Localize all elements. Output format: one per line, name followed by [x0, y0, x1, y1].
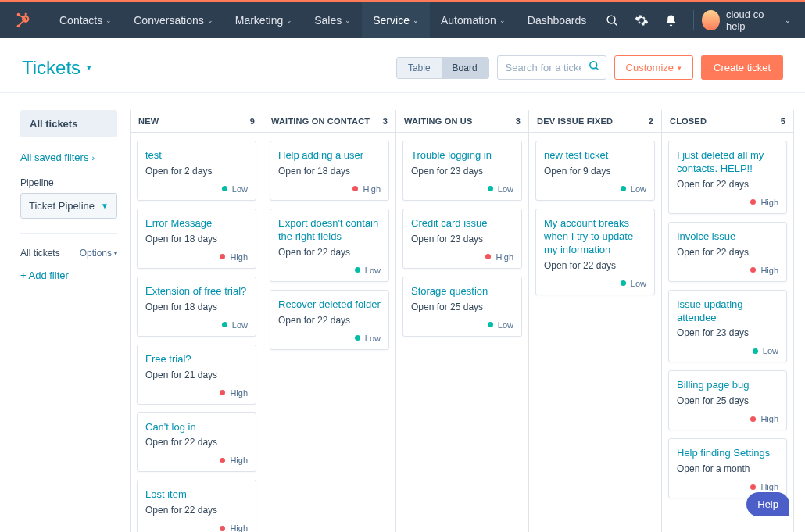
- body: All tickets All saved filters › Pipeline…: [0, 93, 805, 532]
- ticket-card[interactable]: I just deleted all my contacts. HELP!!Op…: [668, 141, 787, 214]
- ticket-card[interactable]: new test ticketOpen for 9 daysLow: [535, 141, 655, 201]
- ticket-card[interactable]: Export doesn't contain the right fieldsO…: [270, 209, 389, 282]
- ticket-card[interactable]: testOpen for 2 daysLow: [137, 141, 256, 201]
- ticket-priority: Low: [411, 184, 513, 194]
- column-name: NEW: [138, 116, 159, 126]
- search-icon[interactable]: [605, 12, 619, 28]
- svg-line-8: [614, 22, 617, 25]
- ticket-card[interactable]: My account breaks when I try to update m…: [535, 209, 655, 295]
- ticket-title: Free trial?: [145, 353, 248, 366]
- view-board-button[interactable]: Board: [442, 58, 488, 78]
- ticket-priority: High: [411, 252, 513, 262]
- priority-label: High: [230, 388, 248, 398]
- ticket-priority: High: [145, 388, 248, 398]
- ticket-card[interactable]: Free trial?Open for 21 daysHigh: [137, 345, 256, 405]
- view-toggle: Table Board: [396, 57, 489, 79]
- options-dropdown[interactable]: Options ▾: [80, 248, 117, 259]
- gear-icon[interactable]: [635, 12, 649, 28]
- ticket-open-for: Open for 23 days: [411, 234, 513, 245]
- nav-item-marketing[interactable]: Marketing⌄: [224, 2, 303, 38]
- create-ticket-button[interactable]: Create ticket: [701, 55, 783, 80]
- priority-dot-icon: [750, 199, 756, 205]
- priority-dot-icon: [753, 348, 758, 354]
- ticket-card[interactable]: Help adding a userOpen for 18 daysHigh: [270, 141, 389, 201]
- nav-divider: [693, 10, 694, 30]
- nav-item-automation[interactable]: Automation⌄: [430, 2, 517, 38]
- column-name: DEV ISSUE FIXED: [537, 116, 613, 126]
- column-body: I just deleted all my contacts. HELP!!Op…: [662, 133, 793, 506]
- sidebar: All tickets All saved filters › Pipeline…: [0, 93, 125, 532]
- priority-dot-icon: [220, 458, 225, 463]
- filters-label: All tickets: [20, 248, 60, 259]
- page-title-dropdown[interactable]: Tickets ▾: [22, 57, 91, 79]
- ticket-priority: Low: [145, 184, 248, 194]
- nav-item-label: Sales: [314, 14, 342, 27]
- chevron-down-icon: ⌄: [207, 16, 213, 24]
- ticket-card[interactable]: Invoice issueOpen for 22 daysHigh: [668, 222, 787, 282]
- chevron-down-icon: ▾: [87, 62, 91, 73]
- svg-point-4: [17, 13, 20, 16]
- search-icon[interactable]: [589, 60, 600, 72]
- ticket-open-for: Open for 23 days: [411, 166, 513, 177]
- priority-dot-icon: [621, 186, 626, 191]
- chevron-down-icon: ⌄: [413, 16, 419, 24]
- board-column: WAITING ON US3Trouble logging inOpen for…: [395, 110, 528, 532]
- filters-header: All tickets Options ▾: [20, 248, 117, 259]
- ticket-card[interactable]: Credit card issueOpen for 23 daysHigh: [402, 209, 522, 269]
- page-header: Tickets ▾ Table Board Customize ▾ Create…: [0, 38, 805, 93]
- divider: [20, 233, 117, 234]
- customize-button[interactable]: Customize ▾: [614, 55, 693, 80]
- ticket-card[interactable]: Storage questionOpen for 25 daysLow: [402, 277, 522, 337]
- hubspot-logo[interactable]: [14, 12, 31, 29]
- priority-dot-icon: [485, 254, 491, 259]
- nav-item-dashboards[interactable]: Dashboards: [517, 2, 598, 38]
- svg-line-3: [19, 19, 26, 26]
- ticket-card[interactable]: Recover deleted folderOpen for 22 daysLo…: [270, 290, 389, 350]
- ticket-priority: Low: [411, 320, 513, 330]
- add-filter-label: Add filter: [29, 270, 69, 281]
- chevron-down-icon: ▼: [101, 202, 109, 210]
- ticket-card[interactable]: Extension of free trial?Open for 18 days…: [137, 277, 256, 337]
- chevron-down-icon: ▾: [678, 64, 682, 72]
- ticket-priority: Low: [145, 320, 248, 330]
- nav-item-service[interactable]: Service⌄: [362, 2, 430, 38]
- priority-label: High: [760, 198, 778, 207]
- ticket-open-for: Open for 25 days: [677, 395, 778, 406]
- help-button[interactable]: Help: [746, 492, 789, 516]
- user-menu[interactable]: cloud co help: [726, 9, 778, 32]
- nav-item-sales[interactable]: Sales⌄: [303, 2, 362, 38]
- ticket-card[interactable]: Help finding SettingsOpen for a monthHig…: [668, 438, 787, 498]
- svg-point-9: [589, 62, 596, 69]
- plus-icon: +: [20, 270, 29, 281]
- sidebar-all-tickets[interactable]: All tickets: [20, 110, 117, 137]
- pipeline-select[interactable]: Ticket Pipeline ▼: [20, 193, 117, 219]
- bell-icon[interactable]: [664, 12, 678, 28]
- nav-item-label: Contacts: [59, 14, 102, 27]
- column-header: NEW9: [131, 110, 263, 133]
- ticket-card[interactable]: Can't log inOpen for 22 daysHigh: [137, 412, 256, 473]
- ticket-card[interactable]: Issue updating attendeeOpen for 23 daysL…: [668, 290, 787, 363]
- board-column: NEW9testOpen for 2 daysLowError MessageO…: [130, 110, 263, 532]
- ticket-card[interactable]: Trouble logging inOpen for 23 daysLow: [402, 141, 522, 201]
- ticket-card[interactable]: Billing page bugOpen for 25 daysHigh: [668, 370, 787, 430]
- priority-dot-icon: [488, 186, 493, 191]
- nav-item-contacts[interactable]: Contacts⌄: [48, 2, 123, 38]
- ticket-card[interactable]: Error MessageOpen for 18 daysHigh: [137, 209, 256, 269]
- add-filter-button[interactable]: + Add filter: [20, 270, 117, 281]
- priority-dot-icon: [220, 254, 225, 259]
- chevron-down-icon: ⌄: [785, 16, 791, 24]
- sidebar-all-saved-filters[interactable]: All saved filters ›: [20, 148, 117, 166]
- nav-item-conversations[interactable]: Conversations⌄: [123, 2, 224, 38]
- priority-label: Low: [631, 184, 646, 194]
- column-header: WAITING ON US3: [396, 110, 528, 133]
- ticket-priority: Low: [677, 346, 778, 355]
- ticket-card[interactable]: Lost itemOpen for 22 daysHigh: [137, 480, 256, 532]
- ticket-open-for: Open for 18 days: [145, 302, 248, 312]
- avatar[interactable]: [702, 10, 720, 30]
- ticket-open-for: Open for 25 days: [411, 302, 513, 312]
- ticket-priority: Low: [278, 266, 381, 275]
- board-column: DEV ISSUE FIXED2new test ticketOpen for …: [528, 110, 661, 532]
- nav-item-label: Dashboards: [528, 14, 587, 27]
- ticket-title: Credit card issue: [411, 217, 513, 230]
- view-table-button[interactable]: Table: [397, 58, 442, 78]
